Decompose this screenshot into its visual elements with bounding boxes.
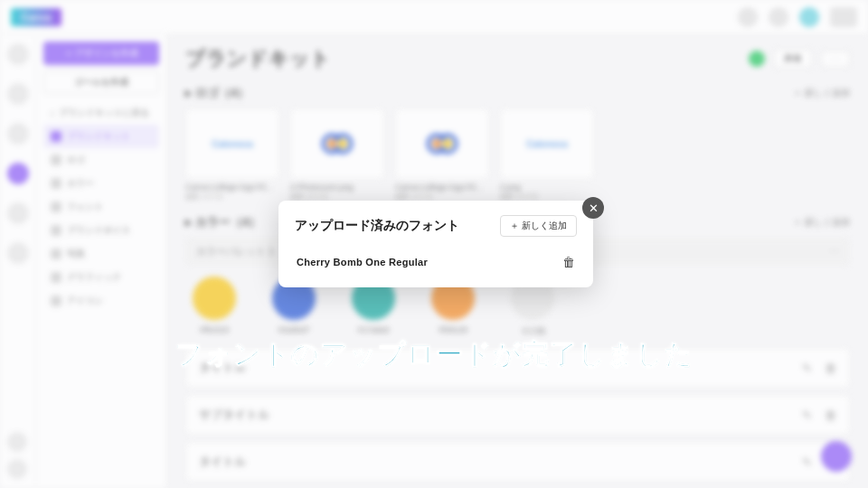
menu-icon[interactable] [830, 7, 857, 27]
logo-card[interactable]: Canva-college-logoYE... 編集 1/17日 [395, 108, 489, 202]
font-name: Cherry Bomb One Regular [297, 257, 428, 267]
bottom-left-icons [7, 432, 27, 479]
edit-icon[interactable]: ✎ [802, 455, 812, 469]
app-logo[interactable]: Canva [11, 8, 61, 26]
sidebar-item-font[interactable]: フォント [43, 195, 159, 219]
logo-grid: Catonoca Canva-college-logoYE... 編集 1/17… [185, 108, 850, 202]
notifications-icon[interactable] [769, 7, 788, 27]
overlay-caption: フォントのアップロードが完了しました [0, 336, 868, 373]
svg-point-3 [338, 139, 347, 148]
more-button[interactable]: ⋯ [821, 51, 850, 68]
create-design-button[interactable]: ＋ デザインを作成 [43, 42, 159, 65]
edit-icon[interactable]: ✎ [802, 408, 812, 422]
logo-section-head: ▸ ロゴ（4） ＋ 新しく追加 [185, 85, 850, 101]
add-logo-link[interactable]: ＋ 新しく追加 [793, 87, 850, 99]
trash-icon[interactable]: 🗑 [562, 255, 575, 269]
rail-home-icon[interactable] [7, 43, 29, 65]
sidebar-item-icon[interactable]: アイコン [43, 289, 159, 313]
svg-point-6 [432, 139, 441, 148]
sidebar-item-brandkit[interactable]: ブランドキット [43, 125, 159, 148]
rail-more-icon[interactable] [7, 242, 29, 264]
sidebar-item-voice[interactable]: ブランドボイス [43, 219, 159, 242]
gift-icon[interactable] [7, 432, 27, 452]
svg-point-7 [443, 139, 452, 148]
rail-templates-icon[interactable] [7, 123, 29, 145]
font-style-row[interactable]: タイトル✎🗑 [185, 442, 850, 482]
trash-sidebar-icon[interactable] [7, 459, 27, 479]
rail-projects-icon[interactable] [7, 83, 29, 105]
close-icon[interactable]: ✕ [582, 197, 604, 219]
sidebar-item-graphic[interactable]: グラフィック [43, 266, 159, 289]
uploaded-fonts-modal: ✕ アップロード済みのフォント ＋ 新しく追加 Cherry Bomb One … [278, 201, 593, 287]
share-button[interactable]: 共有 [774, 49, 812, 69]
modal-title: アップロード済みのフォント [295, 218, 459, 234]
color-swatch[interactable]: #f5c518 [193, 277, 236, 337]
font-style-row[interactable]: サブタイトル✎🗑 [185, 395, 850, 435]
sidebar-item-back[interactable]: ‹ブランドキットに戻る [43, 101, 159, 125]
sidebar-item-photo[interactable]: 写真 [43, 242, 159, 266]
sidebar-item-color[interactable]: カラー [43, 172, 159, 195]
palette-more-icon[interactable]: ⋯ [829, 246, 839, 258]
settings-icon[interactable] [738, 7, 758, 27]
avatar[interactable] [799, 7, 819, 27]
status-indicator [749, 51, 765, 67]
rail-apps-icon[interactable] [7, 202, 29, 224]
logo-card[interactable]: Catonoca 2.png 編集 1/17日 [500, 108, 594, 202]
add-color-link[interactable]: ＋ 新しく追加 [793, 216, 850, 229]
logo-card[interactable]: Catonoca Canva-college-logoYE... 編集 1/17… [185, 108, 279, 202]
side-rail [0, 34, 36, 488]
svg-point-2 [327, 139, 336, 148]
sidebar-item-logo[interactable]: ロゴ [43, 148, 159, 172]
side-panel: ＋ デザインを作成 ゴールを作成 ‹ブランドキットに戻る ブランドキット ロゴ … [36, 34, 167, 488]
uploaded-font-row: Cherry Bomb One Regular 🗑 [295, 251, 577, 273]
top-bar: Canva [0, 0, 868, 34]
delete-icon[interactable]: 🗑 [825, 408, 836, 422]
rail-brand-icon[interactable] [7, 163, 29, 184]
page-title: ブランドキット [185, 45, 331, 72]
add-font-button[interactable]: ＋ 新しく追加 [500, 215, 577, 237]
create-goal-button[interactable]: ゴールを作成 [43, 70, 159, 94]
logo-card[interactable]: 2-Photoroom.png 編集 1/17日 [290, 108, 384, 202]
help-fab[interactable] [821, 441, 852, 472]
